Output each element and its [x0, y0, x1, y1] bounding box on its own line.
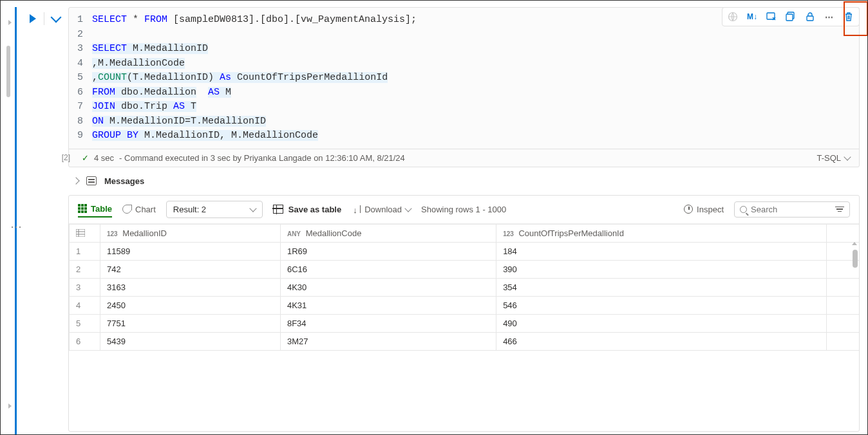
results-pane: Table Chart Result: 2 Save as table Down… [68, 195, 860, 432]
code-content[interactable]: SELECT * FROM [sampleDW0813].[dbo].[vw_P… [92, 13, 859, 143]
messages-section[interactable]: Messages [68, 167, 860, 195]
expand-tri2-icon[interactable] [8, 403, 12, 409]
chevron-down-icon[interactable] [844, 153, 851, 160]
cell[interactable]: 11589 [100, 242, 281, 260]
cell[interactable]: 354 [496, 278, 827, 296]
cell-toolbar: M↓ ⋯ [722, 7, 860, 26]
results-toolbar: Table Chart Result: 2 Save as table Down… [69, 196, 859, 224]
chevron-down-icon [249, 205, 256, 212]
tab-chart-label: Chart [135, 205, 156, 214]
status-bar: [2] ✓ 4 sec - Command executed in 3 sec … [69, 149, 859, 167]
save-as-table-button[interactable]: Save as table [273, 205, 341, 214]
cell[interactable]: 546 [496, 296, 827, 314]
cell-index: [2] [44, 153, 70, 162]
cell[interactable]: 7751 [100, 314, 281, 332]
scroll-up-icon[interactable] [852, 242, 857, 245]
download-label: Download [364, 205, 402, 214]
row-index: 5 [70, 314, 100, 332]
cell-menu-dots[interactable]: ⋯ [10, 219, 23, 234]
chart-icon [122, 205, 131, 214]
line-gutter: 123456789 [69, 13, 92, 143]
table-row[interactable]: 27426C16390 [70, 260, 860, 278]
clear-output-button[interactable] [765, 10, 778, 23]
globe-icon[interactable] [726, 10, 739, 23]
table-row[interactable]: 1115891R69184 [70, 242, 860, 260]
column-header[interactable]: 123 MedallionID [100, 224, 281, 242]
tab-chart[interactable]: Chart [122, 202, 156, 217]
result-selector[interactable]: Result: 2 [166, 201, 263, 218]
table-row[interactable]: 424504K31546 [70, 296, 860, 314]
messages-icon [86, 176, 97, 185]
table-row[interactable]: 577518F34490 [70, 314, 860, 332]
row-index: 4 [70, 296, 100, 314]
svg-rect-4 [807, 16, 813, 21]
table-row[interactable]: 331634K30354 [70, 278, 860, 296]
success-check-icon: ✓ [82, 153, 89, 163]
column-header[interactable]: 123 CountOfTripsPerMedallionId [496, 224, 827, 242]
duplicate-cell-button[interactable] [784, 10, 797, 23]
cell[interactable]: 390 [496, 260, 827, 278]
cell[interactable]: 184 [496, 242, 827, 260]
tab-table-label: Table [91, 204, 112, 214]
result-selector-label: Result: 2 [173, 205, 206, 214]
scrollbar-thumb[interactable] [853, 250, 858, 268]
cell[interactable]: 4K31 [280, 296, 496, 314]
table-icon [78, 204, 87, 213]
inspect-icon [684, 205, 693, 214]
row-index: 1 [70, 242, 100, 260]
expand-tri-icon[interactable] [8, 20, 12, 25]
left-scrollbar[interactable] [6, 46, 10, 97]
row-index: 2 [70, 260, 100, 278]
code-editor[interactable]: 123456789 SELECT * FROM [sampleDW0813].[… [69, 8, 859, 149]
cell[interactable]: 3163 [100, 278, 281, 296]
divider [44, 12, 44, 25]
tab-table[interactable]: Table [78, 201, 112, 218]
lock-cell-button[interactable] [804, 10, 816, 23]
search-box[interactable] [734, 201, 850, 218]
cell[interactable]: 3M27 [280, 332, 496, 350]
expand-messages-icon[interactable] [72, 177, 79, 184]
cell[interactable]: 2450 [100, 296, 281, 314]
cell[interactable]: 1R69 [280, 242, 496, 260]
svg-rect-5 [76, 229, 85, 237]
code-cell[interactable]: 123456789 SELECT * FROM [sampleDW0813].[… [68, 7, 860, 167]
svg-rect-3 [786, 14, 793, 21]
rows-info: Showing rows 1 - 1000 [421, 205, 506, 214]
cell[interactable]: 4K30 [280, 278, 496, 296]
download-button[interactable]: Download [352, 205, 411, 214]
search-icon [740, 206, 747, 213]
results-table: 123 MedallionIDANY MedallionCode123 Coun… [69, 224, 859, 351]
row-index: 6 [70, 332, 100, 350]
markdown-button[interactable]: M↓ [746, 10, 759, 23]
more-actions-button[interactable]: ⋯ [823, 10, 836, 23]
run-options-dropdown[interactable] [51, 12, 62, 23]
table-save-icon [273, 205, 283, 214]
status-duration: 4 sec [94, 153, 114, 163]
cell[interactable]: 742 [100, 260, 281, 278]
chevron-down-icon [404, 205, 411, 212]
row-index-header [70, 224, 100, 242]
language-label[interactable]: T-SQL [816, 153, 841, 163]
save-table-label: Save as table [288, 205, 341, 214]
table-row[interactable]: 654393M27466 [70, 332, 860, 350]
inspect-button[interactable]: Inspect [684, 205, 724, 214]
download-icon [352, 205, 361, 213]
cell[interactable]: 6C16 [280, 260, 496, 278]
delete-cell-button[interactable] [842, 10, 855, 23]
inspect-label: Inspect [697, 205, 724, 214]
markdown-label: M↓ [747, 12, 757, 21]
row-index: 3 [70, 278, 100, 296]
cell[interactable]: 5439 [100, 332, 281, 350]
run-cell-button[interactable] [30, 14, 36, 23]
table-scroll[interactable]: 123 MedallionIDANY MedallionCode123 Coun… [69, 224, 859, 432]
filter-icon[interactable] [835, 205, 844, 214]
column-header[interactable]: ANY MedallionCode [280, 224, 496, 242]
messages-label: Messages [104, 176, 144, 186]
cell[interactable]: 8F34 [280, 314, 496, 332]
status-message: - Command executed in 3 sec by Priyanka … [119, 153, 405, 163]
search-input[interactable] [751, 205, 828, 214]
cell[interactable]: 490 [496, 314, 827, 332]
cell[interactable]: 466 [496, 332, 827, 350]
